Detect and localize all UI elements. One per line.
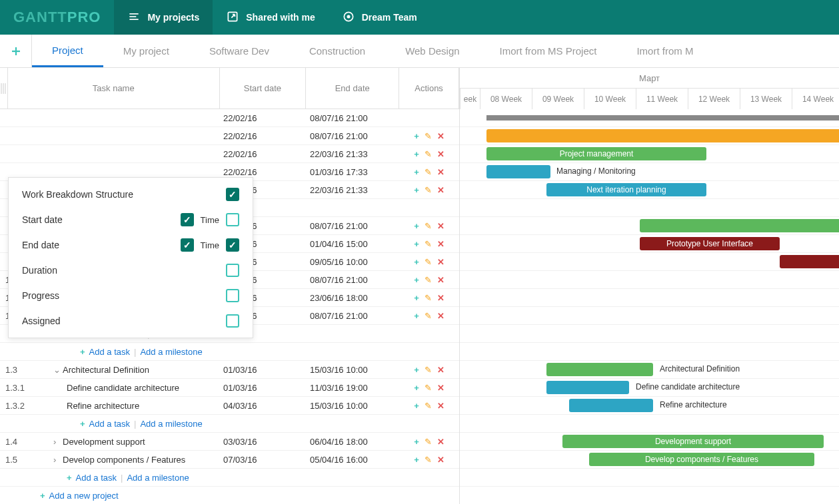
end-date-cell[interactable]: 23/06/16 18:00 [306,293,399,303]
edit-icon[interactable]: ✎ [424,293,432,303]
add-milestone-link[interactable]: Add a milestone [127,473,189,483]
delete-icon[interactable]: ✕ [437,221,444,231]
delete-icon[interactable]: ✕ [437,239,444,249]
start-date-cell[interactable]: 22/02/16 [219,167,306,177]
delete-icon[interactable]: ✕ [437,293,444,303]
column-checkbox[interactable] [226,314,239,328]
delete-icon[interactable]: ✕ [437,365,444,375]
col-header-start[interactable]: Start date [220,68,307,109]
time-checkbox[interactable] [226,213,239,226]
edit-icon[interactable]: ✎ [424,365,432,375]
task-name-cell[interactable]: › Development support [40,437,219,447]
gantt-bar[interactable]: Next iteration planning [546,183,706,196]
tab-project[interactable]: Project [32,35,103,67]
column-checkbox[interactable] [226,289,239,302]
nav-menu[interactable]: My projects [114,0,213,35]
add-child-icon[interactable]: + [414,293,419,303]
task-row[interactable]: 1.3.2Refine architecture04/03/1615/03/16… [0,397,459,415]
gantt-bar[interactable]: Develop components / Features [589,453,814,466]
end-date-cell[interactable]: 11/03/16 19:00 [306,383,399,393]
nav-target[interactable]: Dream Team [329,0,430,35]
chevron-right-icon[interactable]: › [53,437,63,447]
add-task-link[interactable]: Add a task [89,347,130,357]
col-header-end[interactable]: End date [306,68,399,109]
gantt-bar[interactable] [546,381,629,394]
task-name-cell[interactable]: ⌄ Architectural Definition [40,365,219,375]
task-name-cell[interactable]: Define candidate architecture [40,383,219,393]
delete-icon[interactable]: ✕ [437,311,444,321]
end-date-cell[interactable]: 15/03/16 10:00 [306,365,399,375]
edit-icon[interactable]: ✎ [424,221,432,231]
edit-icon[interactable]: ✎ [424,275,432,285]
edit-icon[interactable]: ✎ [424,311,432,321]
add-child-icon[interactable]: + [414,167,419,177]
add-child-icon[interactable]: + [414,275,419,285]
add-task-link[interactable]: Add a task [89,419,130,429]
add-task-link[interactable]: Add a task [76,473,117,483]
end-date-cell[interactable]: 08/07/16 21:00 [306,131,399,141]
gantt-bar[interactable] [640,219,839,232]
col-header-taskname[interactable]: Task name [8,68,220,109]
add-child-icon[interactable]: + [414,185,419,195]
edit-icon[interactable]: ✎ [424,383,432,393]
gantt-bar[interactable] [546,363,653,376]
add-milestone-link[interactable]: Add a milestone [140,419,202,429]
edit-icon[interactable]: ✎ [424,455,432,465]
edit-icon[interactable]: ✎ [424,437,432,447]
column-checkbox[interactable] [226,264,239,277]
end-date-cell[interactable]: 01/04/16 15:00 [306,239,399,249]
edit-icon[interactable]: ✎ [424,185,432,195]
task-row[interactable]: 22/02/1608/07/16 21:00+✎✕ [0,127,459,145]
nav-share[interactable]: Shared with me [213,0,328,35]
gantt-bar[interactable] [780,255,839,268]
tab-software-dev[interactable]: Software Dev [189,35,289,67]
end-date-cell[interactable]: 06/04/16 18:00 [306,437,399,447]
column-checkbox[interactable] [226,188,239,201]
task-row[interactable]: 22/02/1608/07/16 21:00 [0,109,459,127]
add-child-icon[interactable]: + [414,311,419,321]
tab-imort-from-ms-project[interactable]: Imort from MS Project [480,35,617,67]
delete-icon[interactable]: ✕ [437,149,444,159]
start-date-cell[interactable]: 07/03/16 [219,455,306,465]
add-child-icon[interactable]: + [414,239,419,249]
task-row[interactable]: 1.3⌄ Architectural Definition01/03/1615/… [0,361,459,379]
edit-icon[interactable]: ✎ [424,239,432,249]
delete-icon[interactable]: ✕ [437,401,444,411]
tab-web-design[interactable]: Web Design [385,35,479,67]
end-date-cell[interactable]: 15/03/16 10:00 [306,401,399,411]
task-name-cell[interactable]: › Develop components / Features [40,455,219,465]
end-date-cell[interactable]: 08/07/16 21:00 [306,221,399,231]
end-date-cell[interactable]: 08/07/16 21:00 [306,311,399,321]
delete-icon[interactable]: ✕ [437,131,444,141]
edit-icon[interactable]: ✎ [424,149,432,159]
delete-icon[interactable]: ✕ [437,275,444,285]
edit-icon[interactable]: ✎ [424,257,432,267]
column-checkbox[interactable] [181,213,194,226]
add-child-icon[interactable]: + [414,455,419,465]
add-child-icon[interactable]: + [414,131,419,141]
delete-icon[interactable]: ✕ [437,257,444,267]
end-date-cell[interactable]: 01/03/16 17:33 [306,167,399,177]
edit-icon[interactable]: ✎ [424,401,432,411]
gantt-bar[interactable]: Prototype User Interface [640,237,780,250]
start-date-cell[interactable]: 22/02/16 [219,149,306,159]
end-date-cell[interactable]: 05/04/16 16:00 [306,455,399,465]
gantt-bar[interactable] [486,129,839,142]
start-date-cell[interactable]: 01/03/16 [219,365,306,375]
task-row[interactable]: 22/02/1622/03/16 21:33+✎✕ [0,145,459,163]
gantt-bar[interactable] [486,165,550,178]
edit-icon[interactable]: ✎ [424,131,432,141]
task-row[interactable]: 1.5› Develop components / Features07/03/… [0,451,459,469]
gantt-bar[interactable]: Development support [562,435,824,448]
column-checkbox[interactable] [181,238,194,252]
add-project-link[interactable]: Add a new project [49,491,119,501]
tab-imort-from-m[interactable]: Imort from M [616,35,713,67]
task-row[interactable]: 1.4› Development support03/03/1606/04/16… [0,433,459,451]
end-date-cell[interactable]: 08/07/16 21:00 [306,275,399,285]
start-date-cell[interactable]: 22/02/16 [219,131,306,141]
add-tab-button[interactable] [0,35,32,67]
chevron-down-icon[interactable]: ⌄ [53,365,63,375]
column-options-handle[interactable] [0,68,8,109]
add-child-icon[interactable]: + [414,221,419,231]
end-date-cell[interactable]: 09/05/16 10:00 [306,257,399,267]
